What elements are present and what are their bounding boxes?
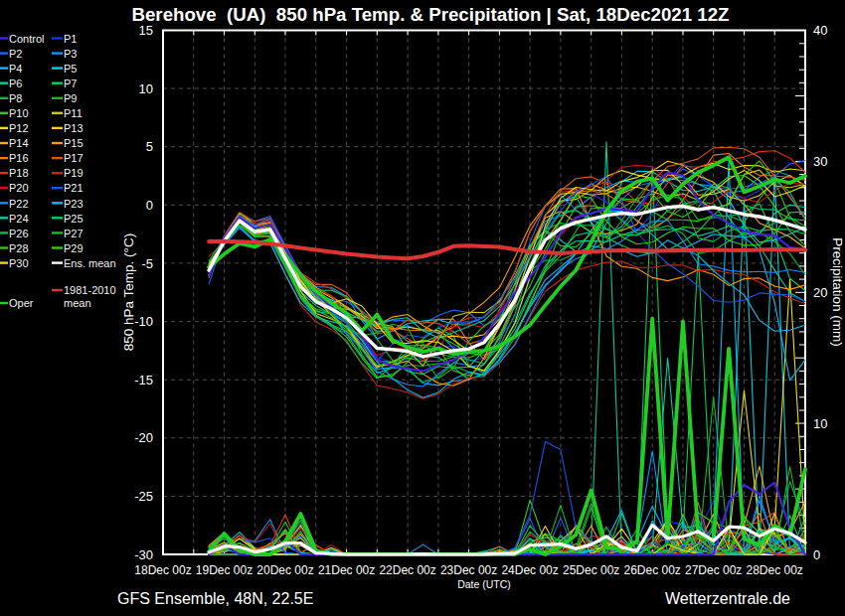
svg-text:Date (UTC): Date (UTC) [457,578,511,590]
svg-text:P5: P5 [64,63,77,75]
svg-text:P25: P25 [64,213,84,225]
svg-text:18Dec 00z: 18Dec 00z [134,563,191,577]
svg-text:Ens. mean: Ens. mean [64,257,116,269]
svg-text:P24: P24 [9,213,29,225]
svg-text:P28: P28 [9,242,29,254]
svg-text:-5: -5 [141,256,153,271]
svg-text:20: 20 [813,285,827,300]
svg-text:P9: P9 [64,92,77,104]
svg-text:15: 15 [139,23,153,38]
svg-text:P30: P30 [9,257,29,269]
svg-text:Wetterzentrale.de: Wetterzentrale.de [665,590,790,607]
svg-text:P4: P4 [9,63,22,75]
svg-text:P3: P3 [64,48,77,60]
svg-text:P11: P11 [64,107,83,119]
svg-text:5: 5 [146,139,153,154]
svg-text:0: 0 [813,547,820,562]
svg-text:25Dec 00z: 25Dec 00z [563,563,619,577]
svg-text:P7: P7 [64,77,77,89]
svg-text:P15: P15 [64,137,84,149]
svg-text:P12: P12 [9,122,29,134]
svg-text:P10: P10 [9,107,29,119]
svg-text:23Dec 00z: 23Dec 00z [440,563,497,577]
svg-text:P16: P16 [9,152,29,164]
svg-text:P1: P1 [64,33,77,45]
svg-text:P26: P26 [9,228,29,239]
svg-text:0: 0 [146,198,153,213]
svg-text:22Dec 00z: 22Dec 00z [379,563,435,577]
svg-text:P22: P22 [9,198,29,210]
svg-text:P8: P8 [9,92,22,104]
svg-text:P2: P2 [9,48,22,60]
svg-text:GFS Ensemble, 48N, 22.5E: GFS Ensemble, 48N, 22.5E [117,590,313,607]
svg-text:21Dec 00z: 21Dec 00z [318,563,375,577]
svg-text:40: 40 [813,23,827,38]
svg-text:850 hPa Temp. (°C): 850 hPa Temp. (°C) [121,233,136,351]
svg-text:P13: P13 [64,122,84,134]
svg-text:P18: P18 [9,167,29,179]
svg-text:26Dec 00z: 26Dec 00z [624,563,681,577]
svg-text:Control: Control [9,33,44,45]
svg-text:P23: P23 [64,198,84,210]
svg-text:P27: P27 [64,228,84,239]
svg-text:Berehove (UA) 850 hPa Temp.: Berehove (UA) 850 hPa Temp. & Precipitat… [131,4,729,25]
svg-text:-30: -30 [134,547,153,562]
svg-text:10: 10 [813,416,827,431]
svg-text:Precipitation (mm): Precipitation (mm) [830,237,845,347]
svg-text:-10: -10 [134,314,153,329]
svg-text:-20: -20 [134,430,153,445]
svg-text:P21: P21 [64,182,84,194]
svg-text:27Dec 00z: 27Dec 00z [685,563,742,577]
svg-text:24Dec 00z: 24Dec 00z [501,563,558,577]
svg-text:P17: P17 [64,152,84,164]
svg-text:20Dec 00z: 20Dec 00z [256,563,313,577]
svg-text:19Dec 00z: 19Dec 00z [196,563,253,577]
svg-text:1981-2010: 1981-2010 [64,284,116,296]
svg-text:mean: mean [64,297,91,309]
svg-text:30: 30 [813,154,827,169]
svg-text:-25: -25 [134,489,153,504]
svg-text:-15: -15 [134,373,153,387]
svg-text:28Dec 00z: 28Dec 00z [747,563,803,577]
svg-text:Oper: Oper [9,297,34,309]
svg-text:P19: P19 [64,167,84,179]
svg-text:10: 10 [139,81,153,96]
svg-text:P14: P14 [9,137,29,149]
svg-text:P29: P29 [64,242,84,254]
svg-text:P20: P20 [9,182,29,194]
svg-text:P6: P6 [9,77,22,89]
